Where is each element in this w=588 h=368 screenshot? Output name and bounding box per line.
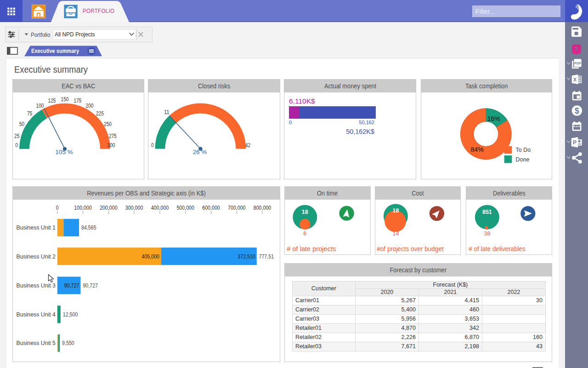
svg-text:$: $ [575, 106, 579, 115]
svg-text:PDF: PDF [574, 61, 582, 65]
svg-text:?: ? [575, 46, 579, 53]
svg-text:X: X [573, 77, 577, 82]
svg-text:P: P [573, 139, 577, 146]
